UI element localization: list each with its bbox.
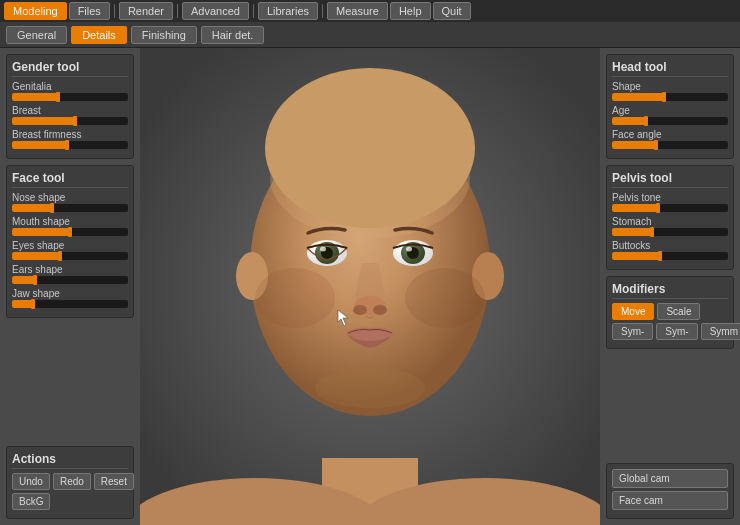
move-button[interactable]: Move [612, 303, 654, 320]
eyes-shape-slider[interactable] [12, 252, 128, 260]
svg-point-20 [373, 305, 387, 315]
mouth-shape-row: Mouth shape [12, 216, 128, 236]
actions-row-1: Undo Redo Reset [12, 473, 128, 490]
breast-label: Breast [12, 105, 128, 116]
head-shape-label: Shape [612, 81, 728, 92]
stomach-label: Stomach [612, 216, 728, 227]
menu-item-files[interactable]: Files [69, 2, 110, 20]
jaw-shape-label: Jaw shape [12, 288, 128, 299]
svg-point-13 [320, 247, 326, 252]
mouth-shape-label: Mouth shape [12, 216, 128, 227]
head-tool-panel: Head tool Shape Age Face angle [606, 54, 734, 159]
svg-point-21 [315, 368, 425, 408]
nose-shape-label: Nose shape [12, 192, 128, 203]
scale-button[interactable]: Scale [657, 303, 700, 320]
symm-button[interactable]: Symm [701, 323, 740, 340]
camera-panel: Global cam Face cam [606, 463, 734, 519]
svg-point-19 [353, 305, 367, 315]
mouth-shape-slider[interactable] [12, 228, 128, 236]
modifiers-row-2: Sym- Sym- Symm [612, 323, 728, 340]
svg-point-22 [255, 268, 335, 328]
face-angle-row: Face angle [612, 129, 728, 149]
main-area: Gender tool Genitalia Breast Breast firm… [0, 48, 740, 525]
viewport[interactable] [140, 48, 600, 525]
stomach-row: Stomach [612, 216, 728, 236]
global-cam-button[interactable]: Global cam [612, 469, 728, 488]
pelvis-tool-title: Pelvis tool [612, 171, 728, 188]
menu-item-quit[interactable]: Quit [433, 2, 471, 20]
menu-item-advanced[interactable]: Advanced [182, 2, 249, 20]
jaw-shape-row: Jaw shape [12, 288, 128, 308]
face-tool-title: Face tool [12, 171, 128, 188]
undo-button[interactable]: Undo [12, 473, 50, 490]
eyes-shape-label: Eyes shape [12, 240, 128, 251]
toolbar-general[interactable]: General [6, 26, 67, 44]
face-angle-label: Face angle [612, 129, 728, 140]
head-tool-title: Head tool [612, 60, 728, 77]
toolbar: General Details Finishing Hair det. [0, 22, 740, 48]
toolbar-details[interactable]: Details [71, 26, 127, 44]
menu-sep-4 [322, 4, 323, 18]
genitalia-label: Genitalia [12, 81, 128, 92]
reset-button[interactable]: Reset [94, 473, 134, 490]
jaw-shape-slider[interactable] [12, 300, 128, 308]
menu-bar: Modeling Files Render Advanced Libraries… [0, 0, 740, 22]
pelvis-tone-row: Pelvis tone [612, 192, 728, 212]
ears-shape-row: Ears shape [12, 264, 128, 284]
toolbar-hair-det[interactable]: Hair det. [201, 26, 265, 44]
stomach-slider[interactable] [612, 228, 728, 236]
menu-item-help[interactable]: Help [390, 2, 431, 20]
sym-minus-button-2[interactable]: Sym- [656, 323, 697, 340]
face-angle-slider[interactable] [612, 141, 728, 149]
nose-shape-slider[interactable] [12, 204, 128, 212]
age-label: Age [612, 105, 728, 116]
menu-sep-1 [114, 4, 115, 18]
toolbar-finishing[interactable]: Finishing [131, 26, 197, 44]
3d-viewport-svg [140, 48, 600, 525]
sym-minus-button-1[interactable]: Sym- [612, 323, 653, 340]
gender-tool-panel: Gender tool Genitalia Breast Breast firm… [6, 54, 134, 159]
pelvis-tone-slider[interactable] [612, 204, 728, 212]
right-panel: Head tool Shape Age Face angle [600, 48, 740, 525]
pelvis-tool-panel: Pelvis tool Pelvis tone Stomach Buttocks [606, 165, 734, 270]
svg-point-23 [405, 268, 485, 328]
buttocks-slider[interactable] [612, 252, 728, 260]
gender-tool-title: Gender tool [12, 60, 128, 77]
actions-title: Actions [12, 452, 128, 469]
breast-firmness-label: Breast firmness [12, 129, 128, 140]
svg-point-17 [406, 247, 412, 252]
head-shape-row: Shape [612, 81, 728, 101]
age-slider[interactable] [612, 117, 728, 125]
genitalia-row: Genitalia [12, 81, 128, 101]
eyes-shape-row: Eyes shape [12, 240, 128, 260]
menu-sep-3 [253, 4, 254, 18]
head-shape-slider[interactable] [612, 93, 728, 101]
menu-item-render[interactable]: Render [119, 2, 173, 20]
age-row: Age [612, 105, 728, 125]
modifiers-row-1: Move Scale [612, 303, 728, 320]
modifiers-title: Modifiers [612, 282, 728, 299]
bckg-button[interactable]: BckG [12, 493, 50, 510]
redo-button[interactable]: Redo [53, 473, 91, 490]
nose-shape-row: Nose shape [12, 192, 128, 212]
actions-row-2: BckG [12, 493, 128, 510]
ears-shape-slider[interactable] [12, 276, 128, 284]
modifiers-panel: Modifiers Move Scale Sym- Sym- Symm [606, 276, 734, 349]
ears-shape-label: Ears shape [12, 264, 128, 275]
menu-sep-2 [177, 4, 178, 18]
face-tool-panel: Face tool Nose shape Mouth shape Eyes sh… [6, 165, 134, 318]
menu-item-measure[interactable]: Measure [327, 2, 388, 20]
breast-row: Breast [12, 105, 128, 125]
pelvis-tone-label: Pelvis tone [612, 192, 728, 203]
genitalia-slider[interactable] [12, 93, 128, 101]
menu-item-modeling[interactable]: Modeling [4, 2, 67, 20]
buttocks-label: Buttocks [612, 240, 728, 251]
breast-firmness-row: Breast firmness [12, 129, 128, 149]
menu-item-libraries[interactable]: Libraries [258, 2, 318, 20]
left-panel: Gender tool Genitalia Breast Breast firm… [0, 48, 140, 525]
actions-panel: Actions Undo Redo Reset BckG [6, 446, 134, 519]
breast-firmness-slider[interactable] [12, 141, 128, 149]
breast-slider[interactable] [12, 117, 128, 125]
face-cam-button[interactable]: Face cam [612, 491, 728, 510]
svg-point-9 [265, 68, 475, 228]
